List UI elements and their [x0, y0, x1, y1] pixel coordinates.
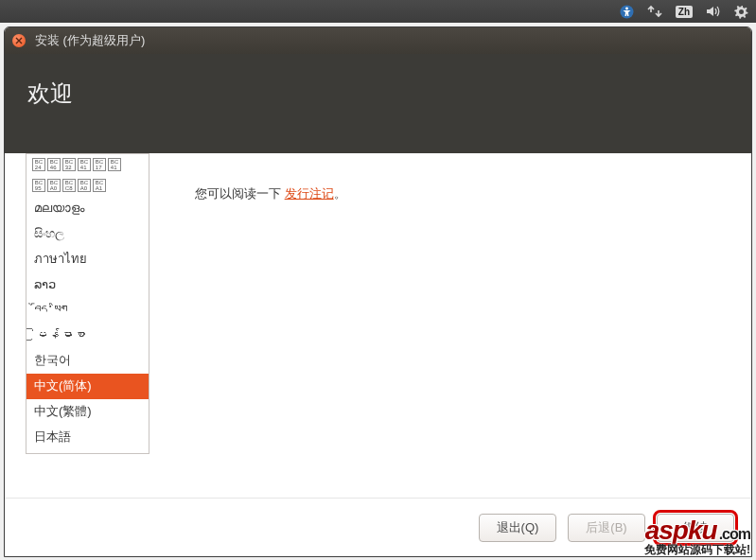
- window-close-button[interactable]: [12, 34, 26, 47]
- page-title: 欢迎: [27, 79, 729, 109]
- release-notes-link[interactable]: 发行注记: [285, 186, 334, 201]
- back-button[interactable]: 后退(B): [568, 514, 645, 542]
- list-item[interactable]: BC95BCA0BCC8BCA0BCA1: [26, 175, 149, 196]
- accessibility-icon[interactable]: [620, 5, 634, 19]
- window-title: 安装 (作为超级用户): [35, 32, 145, 49]
- network-icon[interactable]: [647, 5, 662, 18]
- installer-window: 安装 (作为超级用户) 欢迎 BC24BC46BC32BC41BC17BC41 …: [4, 26, 752, 557]
- footer-buttons: 退出(Q) 后退(B) 继续: [5, 498, 751, 556]
- list-item[interactable]: BC24BC46BC32BC41BC17BC41: [26, 154, 149, 175]
- volume-icon[interactable]: [706, 5, 721, 18]
- svg-point-1: [625, 7, 628, 9]
- list-item[interactable]: 中文(简体): [26, 374, 149, 399]
- notes-suffix: 。: [334, 186, 346, 201]
- settings-gear-icon[interactable]: [734, 5, 748, 19]
- quit-button[interactable]: 退出(Q): [479, 514, 556, 542]
- list-item[interactable]: 日本語: [26, 425, 149, 450]
- release-notes-text: 您可以阅读一下 发行注记。: [149, 153, 346, 498]
- continue-button[interactable]: 继续: [657, 514, 734, 542]
- list-item[interactable]: ລາວ: [26, 272, 149, 298]
- window-titlebar: 安装 (作为超级用户): [5, 27, 751, 54]
- input-method-indicator[interactable]: Zh: [676, 6, 693, 18]
- list-item[interactable]: 中文(繁體): [26, 399, 149, 425]
- language-list[interactable]: BC24BC46BC32BC41BC17BC41 BC95BCA0BCC8BCA…: [26, 153, 149, 454]
- list-item[interactable]: བོད་ཡིག: [26, 298, 149, 324]
- header-panel: 欢迎: [5, 54, 751, 153]
- system-tray: Zh: [0, 0, 756, 23]
- list-item[interactable]: မြန်မာစာ: [26, 323, 149, 348]
- content-area: BC24BC46BC32BC41BC17BC41 BC95BCA0BCC8BCA…: [5, 153, 751, 498]
- list-item[interactable]: ภาษาไทย: [26, 247, 149, 272]
- list-item[interactable]: മലയാളം: [26, 196, 149, 221]
- list-item[interactable]: 한국어: [26, 348, 149, 374]
- notes-prefix: 您可以阅读一下: [195, 186, 285, 201]
- list-item[interactable]: සිංහල: [26, 221, 149, 247]
